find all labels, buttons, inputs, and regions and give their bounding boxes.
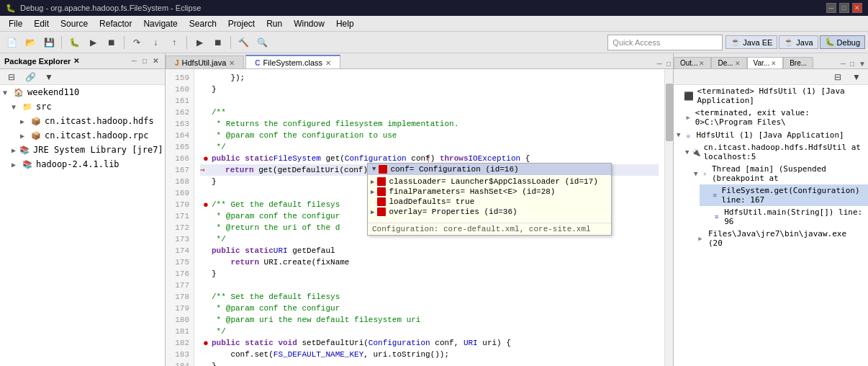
editor-minimize-btn[interactable]: ─: [655, 59, 664, 68]
tab-close[interactable]: ✕: [735, 60, 741, 67]
debug-item-label: HdfsUtil.main(String[]) line: 96: [724, 207, 865, 226]
build-button[interactable]: 🔨: [235, 34, 252, 51]
code-line-183: conf.set(FS_DEFAULT_NAME_KEY, uri.toStri…: [200, 349, 659, 360]
maximize-panel-btn[interactable]: □: [140, 56, 149, 66]
arrow-icon: ↑: [425, 153, 431, 165]
debug-button[interactable]: 🐛: [65, 34, 83, 51]
popup-item-0[interactable]: ▶ classLoader= Launcher$AppClassLoader (…: [368, 177, 611, 187]
popup-item-1[interactable]: ▶ finalParameters= HashSet<E> (id=28): [368, 187, 611, 197]
debug-item-label: <terminated> HdfsUtil (1) [Java Applicat…: [697, 86, 865, 105]
stop-button[interactable]: ⏹: [103, 34, 120, 51]
library-icon: 📚: [22, 159, 33, 170]
menu-edit[interactable]: Edit: [28, 16, 55, 31]
perspective-javaee[interactable]: ☕ Java EE: [725, 35, 777, 49]
tab-close[interactable]: ✕: [771, 60, 777, 67]
expand-arrow: ▶: [371, 208, 374, 216]
popup-item-2[interactable]: ▶ loadDefaults= true: [368, 197, 611, 207]
expand-arrow: ▶: [12, 161, 19, 169]
close-panel-btn[interactable]: ✕: [150, 56, 161, 66]
save-button[interactable]: 💾: [40, 34, 58, 51]
step-over-button[interactable]: ↷: [128, 34, 145, 51]
expand-arrow: ▼: [685, 148, 689, 156]
debug-item-thread[interactable]: ▼ ⚡ Thread [main] (Suspended (breakpoint…: [691, 163, 868, 184]
collapse-all-btn[interactable]: ⊟: [3, 68, 20, 86]
debug-view-menu-btn[interactable]: ▼: [848, 68, 865, 86]
debug-item-hdfsutil[interactable]: ▼ ☕ HdfsUtil (1) [Java Application]: [674, 128, 868, 141]
new-button[interactable]: 📄: [3, 34, 20, 51]
quick-access-label: Quick Access: [612, 38, 660, 47]
debug-max-btn[interactable]: □: [848, 59, 856, 68]
step-into-button[interactable]: ↓: [147, 34, 164, 51]
maximize-button[interactable]: □: [839, 3, 849, 13]
close-button[interactable]: ✕: [852, 3, 862, 13]
minimize-panel-btn[interactable]: ─: [130, 56, 139, 66]
menu-source[interactable]: Source: [55, 16, 94, 31]
window-title: Debug - org.apache.hadoop.fs.FileSystem …: [20, 4, 201, 12]
menu-navigate[interactable]: Navigate: [137, 16, 183, 31]
menu-refactor[interactable]: Refactor: [94, 16, 137, 31]
tab-hdfsutil[interactable]: J HdfsUtil.java ✕: [166, 55, 244, 68]
debug-min-btn[interactable]: ─: [838, 59, 848, 68]
tab-label: Out...: [680, 59, 697, 67]
package-explorer-title: Package Explorer: [4, 57, 71, 66]
link-with-editor-btn[interactable]: 🔗: [22, 68, 39, 86]
separator-1: [61, 36, 62, 49]
popup-item-label: classLoader= Launcher$AppClassLoader (id…: [389, 177, 597, 186]
tab-close-btn[interactable]: ✕: [229, 59, 235, 67]
quick-access-box[interactable]: Quick Access: [607, 35, 723, 50]
debug-item-path[interactable]: ▶ Files\Java\jre7\bin\javaw.exe (20: [682, 228, 868, 249]
tab-de[interactable]: De... ✕: [711, 57, 746, 68]
debug-view-btn[interactable]: ▼: [856, 59, 868, 68]
folder-icon: 📁: [22, 101, 33, 112]
menu-project[interactable]: Project: [222, 16, 261, 31]
tree-item-rpc-package[interactable]: ▶ 📦 cn.itcast.hadoop.rpc: [17, 128, 165, 143]
run-button[interactable]: ▶: [84, 34, 101, 51]
menu-run[interactable]: Run: [261, 16, 288, 31]
expand-arrow: ▶: [20, 117, 27, 125]
menu-file[interactable]: File: [3, 16, 28, 31]
collapse-all-debug-btn[interactable]: ⊟: [829, 68, 846, 86]
debug-panel: Out... ✕ De... ✕ Var... ✕ Bre... ─ □ ▼ ⊟…: [674, 53, 868, 366]
tree-item-weekend110[interactable]: ▼ 🏠 weekend110: [0, 85, 165, 99]
tab-close-btn[interactable]: ✕: [325, 59, 331, 67]
perspective-java[interactable]: ☕ Java: [779, 35, 818, 49]
debug-item-localhost[interactable]: ▼ 🔌 cn.itcast.hadoop.hdfs.HdfsUtil at lo…: [682, 141, 868, 163]
tree-item-hadoop-lib[interactable]: ▶ 📚 hadoop-2.4.1.lib: [9, 157, 165, 171]
menu-help[interactable]: Help: [330, 16, 360, 31]
tab-close[interactable]: ✕: [699, 60, 705, 67]
code-line-184: }: [200, 360, 659, 366]
tree-label: cn.itcast.hadoop.hdfs: [45, 116, 154, 126]
terminate-button[interactable]: ⏹: [209, 34, 227, 51]
menu-window[interactable]: Window: [288, 16, 330, 31]
tab-out[interactable]: Out... ✕: [674, 57, 711, 68]
tree-item-src[interactable]: ▼ 📁 src: [9, 99, 165, 114]
editor-scrollbar[interactable]: [664, 69, 673, 366]
tab-filesystem[interactable]: C FileSystem.class ✕: [245, 55, 340, 68]
minimize-button[interactable]: ─: [826, 3, 836, 13]
popup-item-3[interactable]: ▶ overlay= Properties (id=36): [368, 207, 611, 217]
scrollbar-thumb[interactable]: [666, 84, 673, 141]
menu-search[interactable]: Search: [184, 16, 222, 31]
hover-popup-title: conf= Configuration (id=16): [390, 165, 518, 174]
editor-maximize-btn[interactable]: □: [664, 59, 673, 68]
resume-button[interactable]: ▶: [191, 34, 208, 51]
tab-label: Bre...: [790, 59, 807, 67]
editor-area[interactable]: 159 160 161 162 163 164 165 166 167 168 …: [166, 69, 673, 366]
tab-var[interactable]: Var... ✕: [747, 57, 784, 68]
toolbar: 📄 📂 💾 🐛 ▶ ⏹ ↷ ↓ ↑ ▶ ⏹ 🔨 🔍 Quick Access ☕…: [0, 32, 868, 53]
tree-item-jre[interactable]: ▶ 📚 JRE System Library [jre7]: [9, 143, 165, 157]
step-return-button[interactable]: ↑: [166, 34, 183, 51]
tab-bre[interactable]: Bre...: [783, 57, 813, 68]
debug-item-hdfsutil-main[interactable]: ≡ HdfsUtil.main(String[]) line: 96: [700, 206, 868, 228]
debug-item-filesystem-get[interactable]: ≡ FileSystem.get(Configuration) line: 16…: [700, 184, 868, 206]
view-menu-btn[interactable]: ▼: [40, 68, 58, 86]
search-toolbar-button[interactable]: 🔍: [253, 34, 271, 51]
perspective-debug[interactable]: 🐛 Debug: [820, 35, 865, 49]
debug-item-terminated1[interactable]: ⬛ <terminated> HdfsUtil (1) [Java Applic…: [674, 85, 868, 107]
code-line-175: return URI.create(fixName: [200, 256, 659, 268]
open-button[interactable]: 📂: [22, 34, 39, 51]
debug-item-terminated2[interactable]: ▶ <terminated, exit value: 0>C:\Program …: [674, 107, 868, 128]
tree-item-hdfs-package[interactable]: ▶ 📦 cn.itcast.hadoop.hdfs: [17, 114, 165, 128]
code-line-181: */: [200, 326, 659, 337]
editor-tab-bar: J HdfsUtil.java ✕ C FileSystem.class ✕ ─…: [166, 53, 673, 69]
